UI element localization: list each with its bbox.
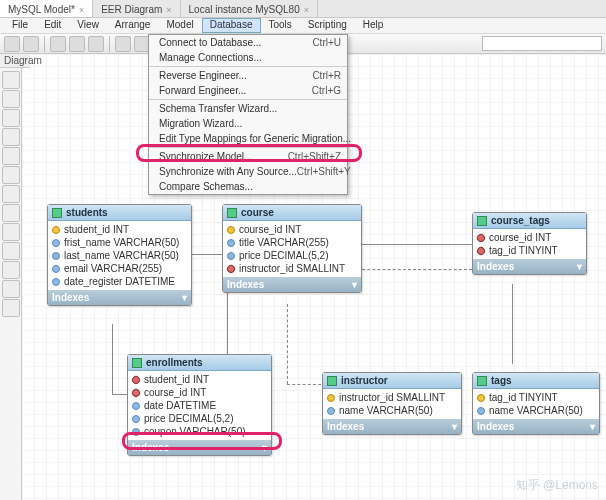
- relation-11b-tool-icon[interactable]: [2, 242, 20, 260]
- layer-tool-icon[interactable]: [2, 128, 20, 146]
- column[interactable]: name VARCHAR(50): [323, 404, 461, 417]
- menu-edit[interactable]: Edit: [36, 18, 69, 33]
- menu-item-synchronize-any[interactable]: Synchronize with Any Source...Ctrl+Shift…: [149, 164, 347, 179]
- indexes-section[interactable]: Indexes▾: [223, 277, 361, 292]
- toolbar-button[interactable]: [23, 36, 39, 52]
- panel-title: Diagram: [0, 54, 30, 68]
- menu-item-migration-wizard[interactable]: Migration Wizard...: [149, 116, 347, 131]
- entity-title: students: [66, 207, 108, 218]
- column[interactable]: tag_id TINYINT: [473, 244, 586, 257]
- pointer-tool-icon[interactable]: [2, 71, 20, 89]
- column[interactable]: price DECIMAL(5,2): [223, 249, 361, 262]
- entity-enrollments[interactable]: enrollments student_id INT course_id INT…: [127, 354, 272, 456]
- column[interactable]: name VARCHAR(50): [473, 404, 599, 417]
- toolbar-button[interactable]: [69, 36, 85, 52]
- note-tool-icon[interactable]: [2, 147, 20, 165]
- column[interactable]: course_id INT: [473, 231, 586, 244]
- menu-arrange[interactable]: Arrange: [107, 18, 159, 33]
- toolbar-button[interactable]: [115, 36, 131, 52]
- pk-icon: [52, 226, 60, 234]
- column[interactable]: title VARCHAR(255): [223, 236, 361, 249]
- search-input[interactable]: [482, 36, 602, 51]
- column[interactable]: price DECIMAL(5,2): [128, 412, 271, 425]
- tab-model[interactable]: MySQL Model*×: [0, 0, 93, 17]
- menu-view[interactable]: View: [69, 18, 107, 33]
- relation-1n-tool-icon[interactable]: [2, 223, 20, 241]
- document-tabs: MySQL Model*× EER Diagram× Local instanc…: [0, 0, 606, 18]
- menu-item-schema-transfer[interactable]: Schema Transfer Wizard...: [149, 101, 347, 116]
- table-tool-icon[interactable]: [2, 185, 20, 203]
- toolbar-button[interactable]: [4, 36, 20, 52]
- entity-title: instructor: [341, 375, 388, 386]
- column[interactable]: coupon VARCHAR(50): [128, 425, 271, 438]
- toolbar-button[interactable]: [50, 36, 66, 52]
- indexes-section[interactable]: Indexes▾: [48, 290, 191, 305]
- close-icon[interactable]: ×: [304, 5, 309, 15]
- indexes-section[interactable]: Indexes▾: [323, 419, 461, 434]
- fk-icon: [225, 263, 236, 274]
- relation-place-tool-icon[interactable]: [2, 299, 20, 317]
- column[interactable]: date DATETIME: [128, 399, 271, 412]
- table-icon: [227, 208, 237, 218]
- relation-11-tool-icon[interactable]: [2, 204, 20, 222]
- indexes-section[interactable]: Indexes▾: [128, 440, 271, 455]
- chevron-down-icon: ▾: [182, 292, 187, 303]
- column[interactable]: last_name VARCHAR(50): [48, 249, 191, 262]
- fk-icon: [130, 374, 141, 385]
- column[interactable]: instructor_id SMALLINT: [223, 262, 361, 275]
- watermark: 知乎 @Lemons: [516, 477, 598, 494]
- column-icon: [132, 415, 140, 423]
- column[interactable]: student_id INT: [128, 373, 271, 386]
- toolbar-button[interactable]: [88, 36, 104, 52]
- close-icon[interactable]: ×: [79, 5, 84, 15]
- menu-item-reverse-engineer[interactable]: Reverse Engineer...Ctrl+R: [149, 68, 347, 83]
- entity-course[interactable]: course course_id INT title VARCHAR(255) …: [222, 204, 362, 293]
- table-icon: [327, 376, 337, 386]
- indexes-section[interactable]: Indexes▾: [473, 419, 599, 434]
- menu-scripting[interactable]: Scripting: [300, 18, 355, 33]
- chevron-down-icon: ▾: [352, 279, 357, 290]
- entity-title: course: [241, 207, 274, 218]
- separator: [44, 36, 45, 52]
- image-tool-icon[interactable]: [2, 166, 20, 184]
- column[interactable]: student_id INT: [48, 223, 191, 236]
- relation-nm-tool-icon[interactable]: [2, 280, 20, 298]
- column[interactable]: course_id INT: [128, 386, 271, 399]
- menu-database[interactable]: Database: [202, 18, 261, 33]
- entity-instructor[interactable]: instructor instructor_id SMALLINT name V…: [322, 372, 462, 435]
- entity-title: course_tags: [491, 215, 550, 226]
- column[interactable]: frist_name VARCHAR(50): [48, 236, 191, 249]
- table-icon: [477, 216, 487, 226]
- entity-course-tags[interactable]: course_tags course_id INT tag_id TINYINT…: [472, 212, 587, 275]
- eraser-tool-icon[interactable]: [2, 109, 20, 127]
- column-icon: [132, 428, 140, 436]
- menu-item-type-mappings[interactable]: Edit Type Mappings for Generic Migration…: [149, 131, 347, 146]
- menu-help[interactable]: Help: [355, 18, 392, 33]
- column[interactable]: instructor_id SMALLINT: [323, 391, 461, 404]
- menu-item-synchronize-model[interactable]: Synchronize Model...Ctrl+Shift+Z: [149, 149, 347, 164]
- tab-connection[interactable]: Local instance MySQL80×: [181, 0, 318, 17]
- menu-item-connect[interactable]: Connect to Database...Ctrl+U: [149, 35, 347, 50]
- entity-tags[interactable]: tags tag_id TINYINT name VARCHAR(50) Ind…: [472, 372, 600, 435]
- column[interactable]: course_id INT: [223, 223, 361, 236]
- column[interactable]: date_register DATETIME: [48, 275, 191, 288]
- menu-file[interactable]: File: [4, 18, 36, 33]
- menu-item-forward-engineer[interactable]: Forward Engineer...Ctrl+G: [149, 83, 347, 98]
- indexes-section[interactable]: Indexes▾: [473, 259, 586, 274]
- chevron-down-icon: ▾: [262, 442, 267, 453]
- column-icon: [52, 278, 60, 286]
- menu-tools[interactable]: Tools: [261, 18, 300, 33]
- close-icon[interactable]: ×: [166, 5, 171, 15]
- column[interactable]: tag_id TINYINT: [473, 391, 599, 404]
- column[interactable]: email VARCHAR(255): [48, 262, 191, 275]
- relation-1nb-tool-icon[interactable]: [2, 261, 20, 279]
- entity-students[interactable]: students student_id INT frist_name VARCH…: [47, 204, 192, 306]
- fk-icon: [475, 245, 486, 256]
- menu-item-manage-connections[interactable]: Manage Connections...: [149, 50, 347, 65]
- pk-icon: [327, 394, 335, 402]
- menu-item-compare-schemas[interactable]: Compare Schemas...: [149, 179, 347, 194]
- menu-model[interactable]: Model: [158, 18, 201, 33]
- tab-eer[interactable]: EER Diagram×: [93, 0, 180, 17]
- tool-palette: [0, 68, 22, 500]
- hand-tool-icon[interactable]: [2, 90, 20, 108]
